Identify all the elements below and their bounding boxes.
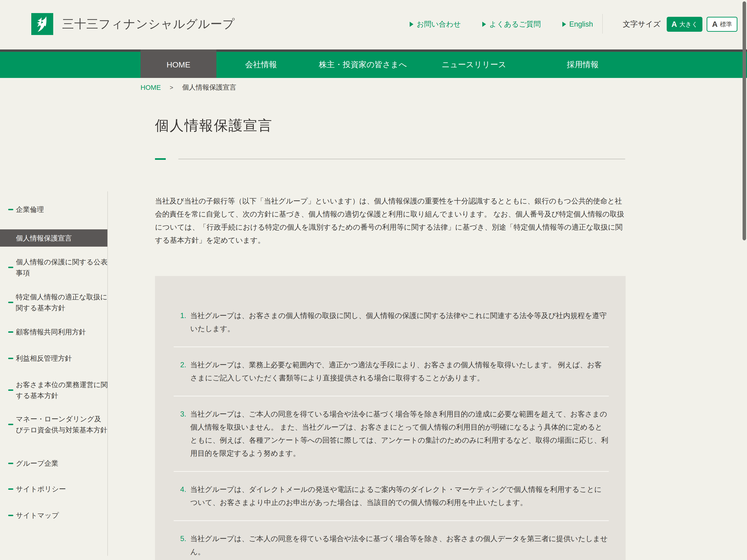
site-header: 三十三フィナンシャルグループ お問い合わせ よくあるご質問 English 文字… xyxy=(0,0,747,50)
list-item-text: 当社グループは、ご本人の同意を得ている場合や法令に基づく場合等を除き利用目的の達… xyxy=(190,408,609,460)
font-size-control: 文字サイズ A 大きく A 標準 xyxy=(623,17,738,32)
main-nav: 会社情報 株主・投資家の皆さまへ ニュースリリース 採用情報 HOME xyxy=(0,50,747,78)
header-divider xyxy=(602,14,603,34)
font-size-normal-label: 標準 xyxy=(720,20,732,28)
english-link-label: English xyxy=(569,20,593,28)
sidebar-item-label: 顧客情報共同利用方針 xyxy=(16,326,86,338)
sidebar-item-privacy-declaration[interactable]: 個人情報保護宣言 xyxy=(0,229,108,247)
tab-news-label: ニュースリリース xyxy=(442,59,506,70)
list-item-number: 1. xyxy=(180,309,186,322)
font-size-normal-a: A xyxy=(712,20,718,29)
dash-icon xyxy=(8,267,13,268)
sidebar-item-label: マネー・ローンダリング及びテロ資金供与対策基本方針 xyxy=(16,414,108,435)
list-item-number: 3. xyxy=(180,408,186,421)
triangle-icon xyxy=(410,22,413,27)
sidebar-item-customer-first-policy[interactable]: お客さま本位の業務運営に関する基本方針 xyxy=(0,379,108,401)
dash-icon xyxy=(8,424,13,425)
utility-nav: お問い合わせ よくあるご質問 English xyxy=(410,17,614,32)
faq-link-label: よくあるご質問 xyxy=(489,19,541,29)
dash-icon xyxy=(8,331,13,333)
font-size-normal-button[interactable]: A 標準 xyxy=(706,17,738,32)
tab-investors[interactable]: 株主・投資家の皆さまへ xyxy=(306,50,420,78)
tab-company-info[interactable]: 会社情報 xyxy=(216,50,306,78)
list-item: 5. 当社グループは、ご本人の同意を得ている場合や法令に基づく場合等を除き、お客… xyxy=(174,521,609,560)
list-item: 1. 当社グループは、お客さまの個人情報の取扱に関し、個人情報の保護に関する法律… xyxy=(174,298,609,347)
tab-news[interactable]: ニュースリリース xyxy=(420,50,528,78)
title-rule-accent xyxy=(155,158,166,160)
sidebar-item-specific-personal-info-policy[interactable]: 特定個人情報の適正な取扱に関する基本方針 xyxy=(0,291,108,313)
list-item-number: 4. xyxy=(180,483,186,496)
sidebar-item-label: サイトマップ xyxy=(16,510,59,521)
breadcrumb-separator: > xyxy=(170,84,173,91)
sidebar-item-label: 個人情報保護宣言 xyxy=(16,233,72,244)
english-link[interactable]: English xyxy=(562,20,593,28)
sidebar-item-label: 利益相反管理方針 xyxy=(16,353,72,364)
font-size-big-a: A xyxy=(671,20,677,29)
font-size-label: 文字サイズ xyxy=(623,19,661,29)
triangle-icon xyxy=(482,22,486,27)
sidebar-item-group-companies[interactable]: グループ企業 xyxy=(0,458,108,469)
sidebar-item-aml-policy[interactable]: マネー・ローンダリング及びテロ資金供与対策基本方針 xyxy=(0,414,108,435)
sidebar-item-label: 企業倫理 xyxy=(16,204,44,215)
sidebar-item-label: 特定個人情報の適正な取扱に関する基本方針 xyxy=(16,291,108,313)
tab-home[interactable]: HOME xyxy=(140,50,216,78)
sidebar-item-label: 個人情報の保護に関する公表事項 xyxy=(16,257,108,278)
dash-icon xyxy=(8,488,13,490)
policy-list: 1. 当社グループは、お客さまの個人情報の取扱に関し、個人情報の保護に関する法律… xyxy=(155,276,626,560)
list-item-text: 当社グループは、ダイレクトメールの発送や電話によるご案内等のダイレクト・マーケテ… xyxy=(190,483,609,509)
sidebar-divider xyxy=(107,191,108,556)
faq-link[interactable]: よくあるご質問 xyxy=(482,19,541,29)
intro-paragraph: 当社及び当社の子銀行等（以下「当社グループ」といいます）は、個人情報保護の重要性… xyxy=(155,195,626,247)
list-item-text: 当社グループは、業務上必要な範囲内で、適正かつ適法な手段により、お客さまの個人情… xyxy=(190,358,609,384)
sidebar-item-corporate-ethics[interactable]: 企業倫理 xyxy=(0,204,108,215)
page-title: 個人情報保護宣言 xyxy=(155,116,273,135)
list-item-number: 2. xyxy=(180,358,186,371)
dash-icon xyxy=(8,209,13,210)
sidebar-item-privacy-disclosure[interactable]: 個人情報の保護に関する公表事項 xyxy=(0,257,108,278)
list-item: 3. 当社グループは、ご本人の同意を得ている場合や法令に基づく場合等を除き利用目… xyxy=(174,396,609,472)
sidebar-item-label: お客さま本位の業務運営に関する基本方針 xyxy=(16,379,108,401)
title-rule xyxy=(178,159,625,159)
tab-home-label: HOME xyxy=(167,60,190,69)
triangle-icon xyxy=(562,22,566,27)
site-logo[interactable]: 三十三フィナンシャルグループ xyxy=(31,13,235,35)
contact-link-label: お問い合わせ xyxy=(417,19,461,29)
tab-recruit[interactable]: 採用情報 xyxy=(528,50,638,78)
list-item-text: 当社グループは、お客さまの個人情報の取扱に関し、個人情報の保護に関する法律やこれ… xyxy=(190,309,609,335)
list-item: 2. 当社グループは、業務上必要な範囲内で、適正かつ適法な手段により、お客さまの… xyxy=(174,347,609,396)
breadcrumb-current: 個人情報保護宣言 xyxy=(182,83,236,92)
font-size-big-button[interactable]: A 大きく xyxy=(667,17,702,32)
logo-bird-icon xyxy=(31,13,53,35)
font-size-big-label: 大きく xyxy=(679,20,698,28)
breadcrumb: HOME > 個人情報保護宣言 xyxy=(140,83,236,92)
tab-company-info-label: 会社情報 xyxy=(245,59,277,70)
sidebar-item-label: サイトポリシー xyxy=(16,483,66,495)
breadcrumb-home-link[interactable]: HOME xyxy=(140,84,161,91)
sidebar-item-sitemap[interactable]: サイトマップ xyxy=(0,510,108,521)
tab-investors-label: 株主・投資家の皆さまへ xyxy=(319,59,407,70)
dash-icon xyxy=(8,515,13,516)
sidebar-item-customer-info-joint-use[interactable]: 顧客情報共同利用方針 xyxy=(0,326,108,338)
contact-link[interactable]: お問い合わせ xyxy=(410,19,461,29)
sidebar-item-conflict-of-interest[interactable]: 利益相反管理方針 xyxy=(0,353,108,364)
list-item-number: 5. xyxy=(180,532,186,545)
tab-recruit-label: 採用情報 xyxy=(567,59,598,70)
policy-box: 1. 当社グループは、お客さまの個人情報の取扱に関し、個人情報の保護に関する法律… xyxy=(155,276,626,560)
dash-icon xyxy=(8,302,13,303)
sidebar-item-site-policy[interactable]: サイトポリシー xyxy=(0,483,108,495)
dash-icon xyxy=(8,390,13,391)
list-item-text: 当社グループは、ご本人の同意を得ている場合や法令に基づく場合等を除き、お客さまの… xyxy=(190,532,609,558)
logo-text: 三十三フィナンシャルグループ xyxy=(62,16,235,32)
dash-icon xyxy=(8,358,13,359)
list-item: 4. 当社グループは、ダイレクトメールの発送や電話によるご案内等のダイレクト・マ… xyxy=(174,472,609,521)
sidebar-item-label: グループ企業 xyxy=(16,458,58,469)
scrollbar-thumb[interactable] xyxy=(743,1,746,240)
dash-icon xyxy=(8,463,13,464)
